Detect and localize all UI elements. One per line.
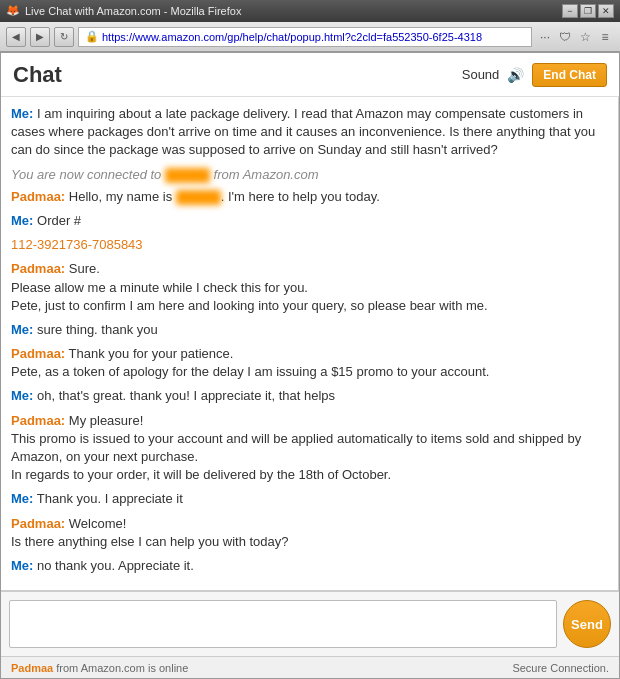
secure-connection-label: Secure Connection. (512, 662, 609, 674)
message-8: Padmaa: My pleasure!This promo is issued… (11, 412, 608, 485)
order-number: 112-3921736-7085843 (11, 237, 143, 252)
address-bar[interactable]: 🔒 https://www.amazon.com/gp/help/chat/po… (78, 27, 532, 47)
sender-agent-4: Padmaa: (11, 413, 65, 428)
msg-text-2b: . I'm here to help you today. (221, 189, 380, 204)
bookmark-icon[interactable]: ☆ (576, 28, 594, 46)
message-4: Padmaa: Sure.Please allow me a minute wh… (11, 260, 608, 315)
footer-agent-status: from Amazon.com is online (56, 662, 188, 674)
sender-me-3: Me: (11, 322, 33, 337)
system-message-1: You are now connected to Padmaa from Ama… (11, 166, 608, 184)
messages-area[interactable]: Me: I am inquiring about a late package … (1, 97, 619, 590)
msg-text-3: Order # (37, 213, 81, 228)
address-actions: ··· 🛡 ☆ ≡ (536, 28, 614, 46)
msg-text-11: no thank you. Appreciate it. (37, 558, 194, 573)
sender-me-5: Me: (11, 491, 33, 506)
order-number-line: 112-3921736-7085843 (11, 236, 608, 254)
sender-me-4: Me: (11, 388, 33, 403)
browser-addressbar: ◀ ▶ ↻ 🔒 https://www.amazon.com/gp/help/c… (0, 22, 620, 52)
message-7: Me: oh, that's great. thank you! I appre… (11, 387, 608, 405)
minimize-button[interactable]: − (562, 4, 578, 18)
ellipsis-button[interactable]: ··· (536, 28, 554, 46)
firefox-icon: 🦊 (6, 4, 20, 18)
refresh-button[interactable]: ↻ (54, 27, 74, 47)
sound-icon[interactable]: 🔊 (507, 67, 524, 83)
footer-agent-name: Padmaa (11, 662, 53, 674)
forward-button[interactable]: ▶ (30, 27, 50, 47)
window-title: Live Chat with Amazon.com - Mozilla Fire… (25, 5, 562, 17)
sender-agent-3: Padmaa: (11, 346, 65, 361)
sender-me-1: Me: (11, 106, 33, 121)
message-10: Padmaa: Welcome!Is there anything else I… (11, 515, 608, 551)
sender-agent-1: Padmaa: (11, 189, 65, 204)
msg-text-5: sure thing. thank you (37, 322, 158, 337)
msg-text-2: Hello, my name is (69, 189, 176, 204)
chat-footer: Padmaa from Amazon.com is online Secure … (1, 656, 619, 678)
menu-button[interactable]: ≡ (596, 28, 614, 46)
input-area: Send (1, 590, 619, 656)
message-6: Padmaa: Thank you for your patience.Pete… (11, 345, 608, 381)
header-right: Sound 🔊 End Chat (462, 63, 607, 87)
agent-name-blurred-2: Padmaa (176, 190, 221, 205)
shield-icon: 🛡 (556, 28, 574, 46)
restore-button[interactable]: ❐ (580, 4, 596, 18)
msg-text-9: Thank you. I appreciate it (37, 491, 183, 506)
agent-name-blurred-1: Padmaa (165, 168, 210, 183)
message-input[interactable] (9, 600, 557, 648)
end-chat-button[interactable]: End Chat (532, 63, 607, 87)
sender-agent-5: Padmaa: (11, 516, 65, 531)
message-2: Padmaa: Hello, my name is Padmaa. I'm he… (11, 188, 608, 206)
sender-me-6: Me: (11, 558, 33, 573)
close-button[interactable]: ✕ (598, 4, 614, 18)
msg-text-4: Sure.Please allow me a minute while I ch… (11, 261, 488, 312)
send-button[interactable]: Send (563, 600, 611, 648)
agent-status: Padmaa from Amazon.com is online (11, 662, 188, 674)
lock-icon: 🔒 (85, 30, 99, 43)
back-button[interactable]: ◀ (6, 27, 26, 47)
sender-me-2: Me: (11, 213, 33, 228)
message-9: Me: Thank you. I appreciate it (11, 490, 608, 508)
chat-window: Chat Sound 🔊 End Chat Me: I am inquiring… (0, 52, 620, 679)
window-controls: − ❐ ✕ (562, 4, 614, 18)
url-text: https://www.amazon.com/gp/help/chat/popu… (102, 31, 482, 43)
sound-label: Sound (462, 67, 500, 82)
sender-agent-2: Padmaa: (11, 261, 65, 276)
msg-text-7: oh, that's great. thank you! I appreciat… (37, 388, 335, 403)
message-5: Me: sure thing. thank you (11, 321, 608, 339)
msg-text-8: My pleasure!This promo is issued to your… (11, 413, 581, 483)
msg-text-6: Thank you for your patience.Pete, as a t… (11, 346, 489, 379)
browser-titlebar: 🦊 Live Chat with Amazon.com - Mozilla Fi… (0, 0, 620, 22)
msg-text-1: I am inquiring about a late package deli… (11, 106, 595, 157)
message-11: Me: no thank you. Appreciate it. (11, 557, 608, 575)
message-1: Me: I am inquiring about a late package … (11, 105, 608, 160)
chat-title: Chat (13, 62, 62, 88)
chat-header: Chat Sound 🔊 End Chat (1, 53, 619, 97)
message-3: Me: Order # (11, 212, 608, 230)
